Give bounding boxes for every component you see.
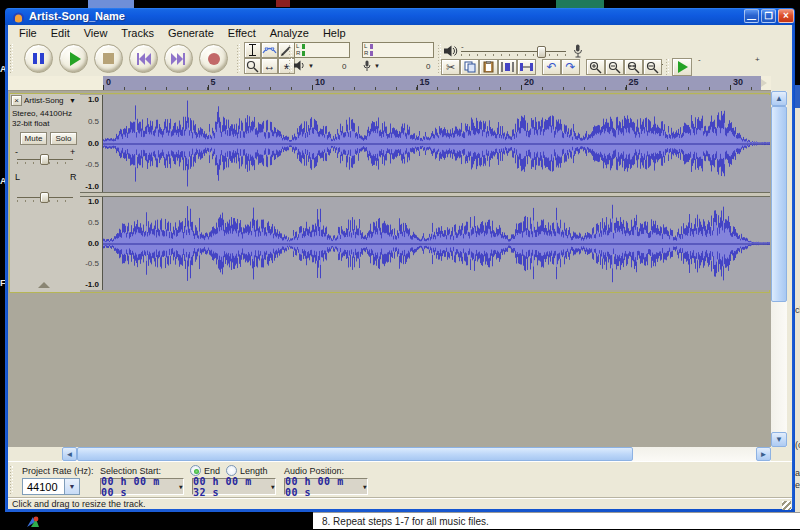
vruler-label: 1.0 bbox=[88, 197, 99, 206]
menu-edit[interactable]: Edit bbox=[44, 26, 77, 40]
transport-grip[interactable] bbox=[10, 44, 14, 73]
pan-slider[interactable] bbox=[17, 192, 73, 205]
dropdown-arrow-icon: ▼ bbox=[374, 63, 380, 69]
zoom-tool-button[interactable] bbox=[244, 58, 261, 74]
silence-button[interactable] bbox=[517, 59, 536, 75]
track-title[interactable]: Artist-Song bbox=[24, 96, 64, 105]
zoom-in-button[interactable] bbox=[586, 59, 605, 75]
record-button[interactable] bbox=[199, 44, 228, 73]
menu-tracks[interactable]: Tracks bbox=[114, 26, 161, 40]
vruler-label: 0.0 bbox=[88, 239, 99, 248]
skip-to-end-button[interactable] bbox=[164, 44, 193, 73]
vruler-label: -0.5 bbox=[85, 259, 99, 268]
timeline-ruler[interactable]: 051015202530 bbox=[8, 76, 771, 91]
window-border-right bbox=[792, 25, 795, 512]
time-shift-tool-button[interactable]: ↔ bbox=[261, 58, 278, 74]
scroll-right-button[interactable]: ► bbox=[756, 447, 771, 461]
horizontal-scroll-thumb[interactable] bbox=[77, 447, 633, 461]
vruler-label: 0.5 bbox=[88, 117, 99, 126]
menu-view[interactable]: View bbox=[77, 26, 115, 40]
copy-button[interactable] bbox=[460, 59, 479, 75]
fit-project-button[interactable] bbox=[643, 59, 662, 75]
play-at-speed-button[interactable] bbox=[672, 58, 692, 76]
selection-tool-button[interactable] bbox=[244, 42, 261, 58]
menu-analyze[interactable]: Analyze bbox=[263, 26, 316, 40]
paste-icon bbox=[483, 61, 494, 73]
solo-button[interactable]: Solo bbox=[50, 132, 77, 145]
output-volume-slider[interactable] bbox=[461, 46, 566, 59]
selection-start-label: Selection Start: bbox=[100, 466, 161, 476]
fit-selection-button[interactable] bbox=[624, 59, 643, 75]
fit-selection-icon bbox=[627, 61, 640, 74]
zoom-in-icon bbox=[589, 61, 602, 74]
meter-l-label: L bbox=[363, 43, 369, 50]
project-rate-combo[interactable]: 44100 ▼ bbox=[22, 478, 80, 495]
menu-file[interactable]: File bbox=[12, 26, 44, 40]
skip-start-icon bbox=[136, 53, 151, 65]
minimize-button[interactable]: — bbox=[744, 9, 759, 23]
window-resize-grip[interactable] bbox=[782, 501, 791, 510]
pause-button[interactable] bbox=[24, 44, 53, 73]
end-radio-label: End bbox=[204, 466, 220, 476]
audio-position-field[interactable]: 00 h 00 m 00 s▼ bbox=[284, 478, 368, 495]
scroll-up-button[interactable]: ▲ bbox=[771, 91, 787, 106]
speed-plus-label: + bbox=[755, 55, 760, 64]
waveform-left-channel[interactable] bbox=[103, 95, 770, 192]
skip-to-start-button[interactable] bbox=[129, 44, 158, 73]
waveform-right-channel[interactable] bbox=[103, 197, 770, 290]
track-menu-arrow-icon[interactable]: ▼ bbox=[69, 97, 76, 104]
transcription-grip[interactable] bbox=[666, 59, 670, 75]
end-radio[interactable]: End bbox=[190, 465, 220, 476]
undo-button[interactable]: ↶ bbox=[542, 59, 561, 75]
app-icon[interactable] bbox=[26, 514, 40, 527]
double-arrow-icon: ↔ bbox=[264, 60, 276, 72]
envelope-tool-button[interactable] bbox=[261, 42, 278, 58]
menu-generate[interactable]: Generate bbox=[161, 26, 221, 40]
menu-help[interactable]: Help bbox=[316, 26, 353, 40]
redo-icon: ↷ bbox=[565, 62, 575, 72]
meter-grip[interactable] bbox=[289, 44, 293, 73]
length-radio[interactable]: Length bbox=[226, 465, 268, 476]
input-meter[interactable]: L R bbox=[362, 42, 434, 58]
vertical-scrollbar[interactable]: ▲ ▼ bbox=[771, 91, 787, 447]
close-button[interactable]: × bbox=[778, 9, 794, 23]
menu-effect[interactable]: Effect bbox=[221, 26, 263, 40]
paste-button[interactable] bbox=[479, 59, 498, 75]
scroll-left-button[interactable]: ◄ bbox=[62, 447, 77, 461]
tools-grip[interactable] bbox=[237, 44, 241, 73]
zoom-out-button[interactable] bbox=[605, 59, 624, 75]
audio-position-label: Audio Position: bbox=[284, 466, 344, 476]
trim-icon bbox=[501, 62, 514, 72]
selection-end-field[interactable]: 00 h 00 m 32 s▼ bbox=[192, 478, 276, 495]
input-meter-bar bbox=[370, 44, 373, 49]
gain-slider[interactable] bbox=[17, 154, 73, 167]
notes-bar: 8. Repeat steps 1-7 for all music files. bbox=[313, 512, 800, 529]
output-meter[interactable]: L R bbox=[294, 42, 350, 58]
pan-right-label: R bbox=[70, 172, 77, 182]
track-close-button[interactable]: × bbox=[11, 95, 22, 106]
field-arrow-icon: ▼ bbox=[363, 483, 367, 490]
redo-button[interactable]: ↷ bbox=[561, 59, 580, 75]
trim-button[interactable] bbox=[498, 59, 517, 75]
play-button[interactable] bbox=[59, 44, 88, 73]
maximize-button[interactable]: ❒ bbox=[761, 9, 776, 23]
cut-button[interactable]: ✂ bbox=[441, 59, 460, 75]
mute-button[interactable]: Mute bbox=[20, 132, 47, 145]
selection-start-field[interactable]: 00 h 00 m 00 s▼ bbox=[100, 478, 184, 495]
vertical-scroll-thumb[interactable] bbox=[771, 106, 787, 302]
close-icon: × bbox=[14, 96, 19, 105]
length-radio-label: Length bbox=[240, 466, 268, 476]
output-meter-dropdown[interactable]: ▼ bbox=[294, 60, 314, 71]
vruler-label: 0.0 bbox=[88, 139, 99, 148]
selection-toolbar-grip[interactable] bbox=[10, 466, 14, 494]
collapse-triangle-icon[interactable] bbox=[38, 282, 50, 288]
scroll-down-button[interactable]: ▼ bbox=[771, 432, 787, 447]
title-bar[interactable]: Artist-Song_Name — ❒ × bbox=[5, 8, 795, 25]
input-meter-dropdown[interactable]: ▼ bbox=[362, 60, 380, 72]
stop-button[interactable] bbox=[94, 44, 123, 73]
horizontal-scrollbar[interactable]: ◄ ► bbox=[62, 447, 771, 461]
status-bar: Click and drag to resize the track. bbox=[8, 497, 792, 509]
skip-end-icon bbox=[171, 53, 186, 65]
input-meter-level: 0 bbox=[426, 62, 430, 71]
record-icon bbox=[208, 53, 220, 65]
